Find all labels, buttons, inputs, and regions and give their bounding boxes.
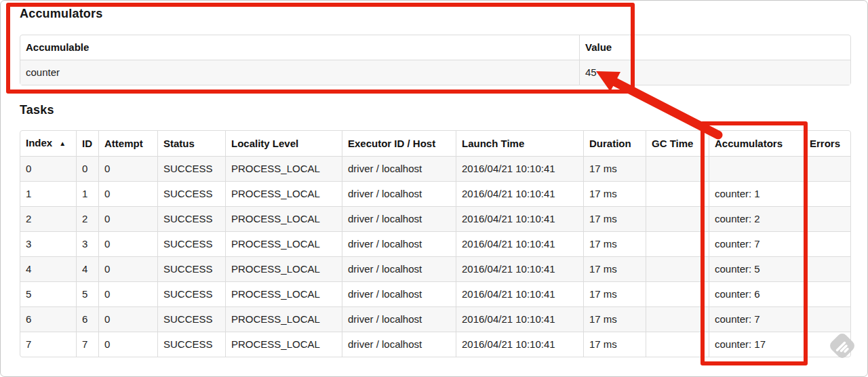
id-cell: 0 bbox=[76, 156, 98, 181]
status-cell: SUCCESS bbox=[157, 306, 225, 332]
launch-time-cell: 2016/04/21 10:10:41 bbox=[456, 256, 583, 281]
launch-time-cell: 2016/04/21 10:10:41 bbox=[456, 231, 583, 256]
errors-cell bbox=[804, 206, 850, 231]
accumulators-section-title: Accumulators bbox=[20, 7, 102, 21]
duration-cell: 17 ms bbox=[583, 306, 646, 332]
accumulators-cell bbox=[709, 156, 804, 181]
accumulators-cell: counter: 5 bbox=[709, 256, 804, 281]
duration-cell: 17 ms bbox=[583, 181, 646, 206]
gc-time-cell bbox=[646, 256, 709, 281]
accumulators-cell: counter: 1 bbox=[709, 181, 804, 206]
table-row: counter 45 bbox=[20, 60, 850, 85]
attempt-cell: 0 bbox=[98, 256, 157, 281]
gc-time-cell bbox=[646, 181, 709, 206]
attempt-cell: 0 bbox=[98, 231, 157, 256]
accumulators-cell: counter: 7 bbox=[709, 306, 804, 332]
status-cell: SUCCESS bbox=[157, 156, 225, 181]
accumulators-cell: counter: 7 bbox=[709, 231, 804, 256]
status-cell: SUCCESS bbox=[157, 231, 225, 256]
id-cell: 5 bbox=[76, 281, 98, 306]
executor-cell: driver / localhost bbox=[342, 231, 456, 256]
status-column-header[interactable]: Status bbox=[157, 131, 225, 156]
gc-time-cell bbox=[646, 206, 709, 231]
executor-cell: driver / localhost bbox=[342, 256, 456, 281]
value-column-header[interactable]: Value bbox=[579, 35, 850, 60]
launch-time-column-header[interactable]: Launch Time bbox=[456, 131, 583, 156]
locality-cell: PROCESS_LOCAL bbox=[225, 181, 342, 206]
executor-cell: driver / localhost bbox=[342, 181, 456, 206]
executor-id-host-column-header[interactable]: Executor ID / Host bbox=[342, 131, 456, 156]
gc-time-cell bbox=[646, 332, 709, 357]
feedly-watermark-icon bbox=[827, 330, 858, 361]
index-cell: 1 bbox=[20, 181, 76, 206]
sort-ascending-icon: ▲ bbox=[59, 140, 66, 147]
executor-cell: driver / localhost bbox=[342, 281, 456, 306]
locality-level-column-header[interactable]: Locality Level bbox=[225, 131, 342, 156]
id-cell: 4 bbox=[76, 256, 98, 281]
gc-time-column-header[interactable]: GC Time bbox=[646, 131, 709, 156]
duration-cell: 17 ms bbox=[583, 332, 646, 357]
index-cell: 6 bbox=[20, 306, 76, 332]
table-row: 7 7 0 SUCCESS PROCESS_LOCAL driver / loc… bbox=[20, 332, 850, 357]
launch-time-cell: 2016/04/21 10:10:41 bbox=[456, 332, 583, 357]
duration-column-header[interactable]: Duration bbox=[583, 131, 646, 156]
locality-cell: PROCESS_LOCAL bbox=[225, 231, 342, 256]
locality-cell: PROCESS_LOCAL bbox=[225, 206, 342, 231]
status-cell: SUCCESS bbox=[157, 332, 225, 357]
accumulators-table: Accumulable Value counter 45 bbox=[20, 35, 851, 85]
accumulators-table-header-row: Accumulable Value bbox=[20, 35, 850, 60]
executor-cell: driver / localhost bbox=[342, 332, 456, 357]
index-cell: 0 bbox=[20, 156, 76, 181]
id-cell: 6 bbox=[76, 306, 98, 332]
status-cell: SUCCESS bbox=[157, 281, 225, 306]
spark-stage-details-page: Accumulators Accumulable Value counter 4… bbox=[0, 0, 868, 377]
id-cell: 7 bbox=[76, 332, 98, 357]
table-row: 0 0 0 SUCCESS PROCESS_LOCAL driver / loc… bbox=[20, 156, 850, 181]
attempt-cell: 0 bbox=[98, 332, 157, 357]
gc-time-cell bbox=[646, 281, 709, 306]
tasks-section-title: Tasks bbox=[20, 103, 54, 117]
errors-column-header[interactable]: Errors bbox=[804, 131, 850, 156]
launch-time-cell: 2016/04/21 10:10:41 bbox=[456, 206, 583, 231]
index-cell: 4 bbox=[20, 256, 76, 281]
errors-cell bbox=[804, 181, 850, 206]
index-column-header[interactable]: Index▲ bbox=[20, 131, 76, 156]
tasks-table: Index▲ ID Attempt Status Locality Level … bbox=[20, 130, 851, 357]
attempt-cell: 0 bbox=[98, 206, 157, 231]
duration-cell: 17 ms bbox=[583, 156, 646, 181]
index-cell: 5 bbox=[20, 281, 76, 306]
locality-cell: PROCESS_LOCAL bbox=[225, 306, 342, 332]
errors-cell bbox=[804, 281, 850, 306]
duration-cell: 17 ms bbox=[583, 231, 646, 256]
index-cell: 3 bbox=[20, 231, 76, 256]
id-cell: 1 bbox=[76, 181, 98, 206]
accumulators-cell: counter: 17 bbox=[709, 332, 804, 357]
id-cell: 3 bbox=[76, 231, 98, 256]
errors-cell bbox=[804, 306, 850, 332]
status-cell: SUCCESS bbox=[157, 206, 225, 231]
locality-cell: PROCESS_LOCAL bbox=[225, 156, 342, 181]
executor-cell: driver / localhost bbox=[342, 306, 456, 332]
duration-cell: 17 ms bbox=[583, 256, 646, 281]
executor-cell: driver / localhost bbox=[342, 206, 456, 231]
table-row: 2 2 0 SUCCESS PROCESS_LOCAL driver / loc… bbox=[20, 206, 850, 231]
gc-time-cell bbox=[646, 156, 709, 181]
status-cell: SUCCESS bbox=[157, 256, 225, 281]
locality-cell: PROCESS_LOCAL bbox=[225, 256, 342, 281]
attempt-column-header[interactable]: Attempt bbox=[98, 131, 157, 156]
accumulators-column-header[interactable]: Accumulators bbox=[709, 131, 804, 156]
executor-cell: driver / localhost bbox=[342, 156, 456, 181]
locality-cell: PROCESS_LOCAL bbox=[225, 281, 342, 306]
launch-time-cell: 2016/04/21 10:10:41 bbox=[456, 306, 583, 332]
status-cell: SUCCESS bbox=[157, 181, 225, 206]
accumulators-cell: counter: 2 bbox=[709, 206, 804, 231]
id-column-header[interactable]: ID bbox=[76, 131, 98, 156]
table-row: 3 3 0 SUCCESS PROCESS_LOCAL driver / loc… bbox=[20, 231, 850, 256]
accumulable-column-header[interactable]: Accumulable bbox=[20, 35, 579, 60]
index-cell: 7 bbox=[20, 332, 76, 357]
gc-time-cell bbox=[646, 306, 709, 332]
errors-cell bbox=[804, 256, 850, 281]
launch-time-cell: 2016/04/21 10:10:41 bbox=[456, 281, 583, 306]
table-row: 5 5 0 SUCCESS PROCESS_LOCAL driver / loc… bbox=[20, 281, 850, 306]
duration-cell: 17 ms bbox=[583, 206, 646, 231]
